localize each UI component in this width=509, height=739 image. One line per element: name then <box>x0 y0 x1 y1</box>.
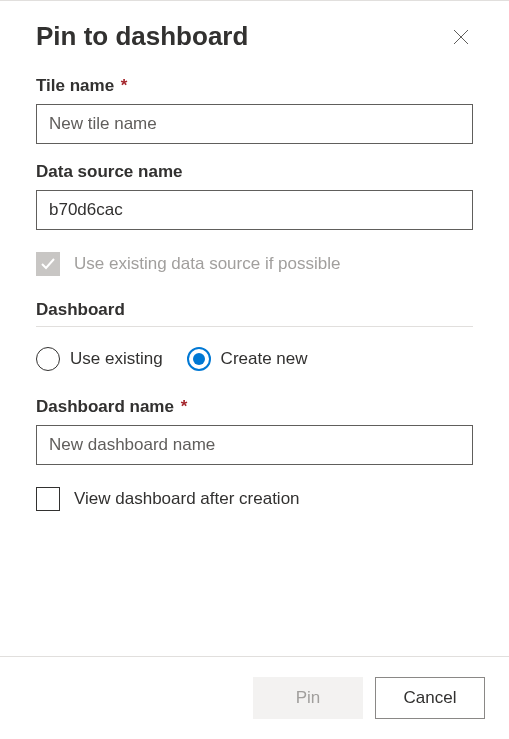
dashboard-name-label: Dashboard name * <box>36 397 473 417</box>
view-after-checkbox[interactable] <box>36 487 60 511</box>
section-divider <box>36 326 473 327</box>
data-source-label: Data source name <box>36 162 473 182</box>
dialog-footer: Pin Cancel <box>0 656 509 739</box>
radio-circle-selected-icon <box>187 347 211 371</box>
close-button[interactable] <box>449 25 473 49</box>
radio-dot-icon <box>193 353 205 365</box>
radio-create-new[interactable]: Create new <box>187 347 308 371</box>
radio-use-existing[interactable]: Use existing <box>36 347 163 371</box>
dialog-content: Pin to dashboard Tile name * Data source… <box>0 1 509 656</box>
pin-button[interactable]: Pin <box>253 677 363 719</box>
close-icon <box>453 29 469 45</box>
checkmark-icon <box>40 256 56 272</box>
data-source-input[interactable] <box>36 190 473 230</box>
tile-name-input[interactable] <box>36 104 473 144</box>
radio-circle-icon <box>36 347 60 371</box>
tile-name-label-text: Tile name <box>36 76 114 95</box>
required-indicator: * <box>181 397 188 416</box>
tile-name-label: Tile name * <box>36 76 473 96</box>
tile-name-group: Tile name * <box>36 76 473 144</box>
dashboard-name-label-text: Dashboard name <box>36 397 174 416</box>
use-existing-source-checkbox <box>36 252 60 276</box>
dashboard-name-group: Dashboard name * <box>36 397 473 465</box>
required-indicator: * <box>121 76 128 95</box>
dialog-header: Pin to dashboard <box>36 21 473 52</box>
dashboard-section-label: Dashboard <box>36 300 473 320</box>
data-source-group: Data source name <box>36 162 473 230</box>
radio-use-existing-label: Use existing <box>70 349 163 369</box>
view-after-label: View dashboard after creation <box>74 489 300 509</box>
dialog-title: Pin to dashboard <box>36 21 248 52</box>
view-after-row[interactable]: View dashboard after creation <box>36 487 473 511</box>
dashboard-name-input[interactable] <box>36 425 473 465</box>
dashboard-radio-group: Use existing Create new <box>36 347 473 371</box>
cancel-button[interactable]: Cancel <box>375 677 485 719</box>
pin-to-dashboard-dialog: Pin to dashboard Tile name * Data source… <box>0 0 509 739</box>
use-existing-source-row: Use existing data source if possible <box>36 252 473 276</box>
use-existing-source-label: Use existing data source if possible <box>74 254 340 274</box>
radio-create-new-label: Create new <box>221 349 308 369</box>
